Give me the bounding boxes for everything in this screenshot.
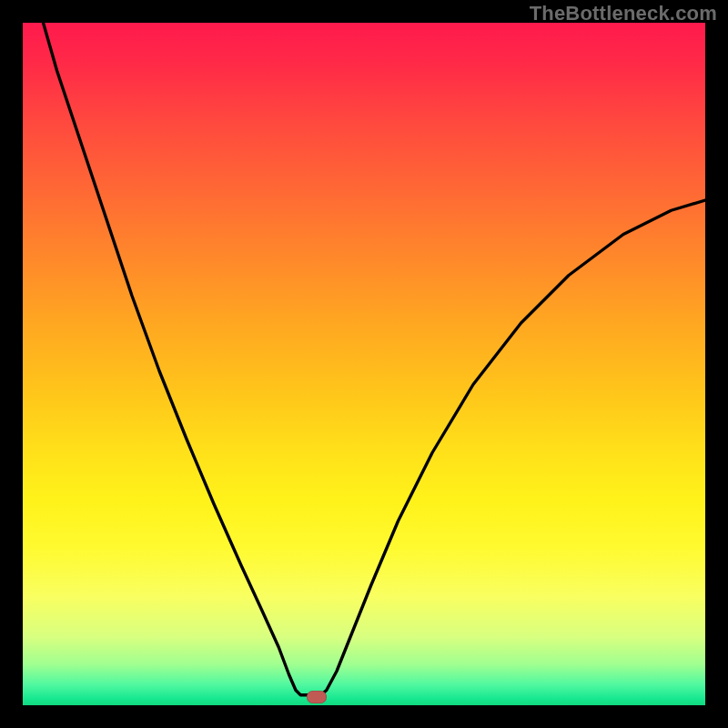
curve-path (44, 23, 706, 695)
bottleneck-curve (23, 23, 705, 705)
optimal-marker (307, 691, 327, 703)
watermark-text: TheBottleneck.com (530, 2, 717, 25)
plot-area (23, 23, 705, 705)
chart-frame: TheBottleneck.com (0, 0, 728, 728)
